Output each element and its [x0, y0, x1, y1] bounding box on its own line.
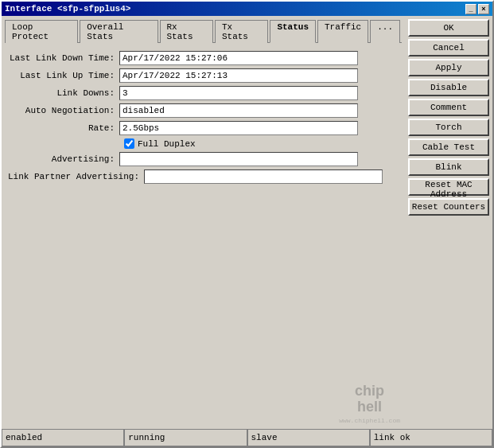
- last-link-down-input[interactable]: [119, 51, 358, 65]
- rate-input[interactable]: [119, 121, 358, 135]
- tab-rx-stats[interactable]: Rx Stats: [160, 20, 213, 43]
- auto-negotiation-input[interactable]: [119, 103, 358, 118]
- status-item-4: link ok: [370, 430, 492, 446]
- main-panel: Loop Protect Overall Stats Rx Stats Tx S…: [2, 16, 405, 429]
- ok-button[interactable]: OK: [408, 19, 489, 37]
- tab-more[interactable]: ...: [370, 20, 400, 43]
- link-downs-input[interactable]: [119, 86, 358, 100]
- last-link-down-row: Last Link Down Time:: [8, 51, 399, 65]
- auto-negotiation-label: Auto Negotiation:: [8, 106, 119, 115]
- blink-button[interactable]: Blink: [408, 158, 489, 176]
- tab-loop-protect[interactable]: Loop Protect: [5, 20, 78, 43]
- link-downs-label: Link Downs:: [8, 88, 119, 98]
- full-duplex-checkbox[interactable]: [124, 138, 134, 149]
- reset-mac-button[interactable]: Reset MAC Address: [408, 178, 489, 196]
- content-area: Loop Protect Overall Stats Rx Stats Tx S…: [2, 16, 492, 429]
- status-bar: enabled running slave link ok: [2, 429, 492, 446]
- window-title: Interface <sfp-sfpplus4>: [5, 4, 130, 14]
- cable-test-button[interactable]: Cable Test: [408, 138, 489, 156]
- tab-overall-stats[interactable]: Overall Stats: [80, 20, 158, 43]
- tab-traffic[interactable]: Traffic: [317, 20, 368, 43]
- last-link-down-label: Last Link Down Time:: [8, 53, 119, 63]
- disable-button[interactable]: Disable: [408, 79, 489, 96]
- full-duplex-row: Full Duplex: [124, 138, 399, 149]
- title-bar-controls: _ ×: [465, 4, 489, 14]
- status-item-3: slave: [247, 430, 370, 446]
- apply-button[interactable]: Apply: [408, 59, 489, 76]
- advertising-input[interactable]: [119, 152, 358, 166]
- sidebar: OK Cancel Apply Disable Comment Torch Ca…: [405, 16, 492, 429]
- advertising-row: Advertising:: [8, 152, 399, 166]
- link-partner-input[interactable]: [144, 169, 383, 184]
- cancel-button[interactable]: Cancel: [408, 39, 489, 56]
- title-bar: Interface <sfp-sfpplus4> _ ×: [2, 2, 492, 16]
- tab-content-status: Last Link Down Time: Last Link Up Time: …: [5, 46, 402, 426]
- status-item-1: enabled: [2, 430, 124, 446]
- torch-button[interactable]: Torch: [408, 119, 489, 136]
- comment-button[interactable]: Comment: [408, 99, 489, 116]
- last-link-up-label: Last Link Up Time:: [8, 71, 119, 80]
- auto-negotiation-row: Auto Negotiation:: [8, 103, 399, 118]
- link-downs-row: Link Downs:: [8, 86, 399, 100]
- tab-status[interactable]: Status: [270, 20, 316, 43]
- close-button[interactable]: ×: [478, 4, 489, 14]
- status-item-2: running: [124, 430, 247, 446]
- link-partner-label: Link Partner Advertising:: [8, 172, 144, 181]
- advertising-label: Advertising:: [8, 154, 119, 164]
- link-partner-row: Link Partner Advertising:: [8, 169, 399, 184]
- tab-tx-stats[interactable]: Tx Stats: [215, 20, 268, 43]
- tab-bar: Loop Protect Overall Stats Rx Stats Tx S…: [5, 19, 402, 43]
- minimize-button[interactable]: _: [465, 4, 476, 14]
- rate-row: Rate:: [8, 121, 399, 135]
- rate-label: Rate:: [8, 123, 119, 133]
- last-link-up-input[interactable]: [119, 68, 358, 83]
- reset-counters-button[interactable]: Reset Counters: [408, 198, 489, 216]
- full-duplex-label: Full Duplex: [138, 139, 196, 149]
- main-window: Interface <sfp-sfpplus4> _ × Loop Protec…: [0, 0, 494, 448]
- last-link-up-row: Last Link Up Time:: [8, 68, 399, 83]
